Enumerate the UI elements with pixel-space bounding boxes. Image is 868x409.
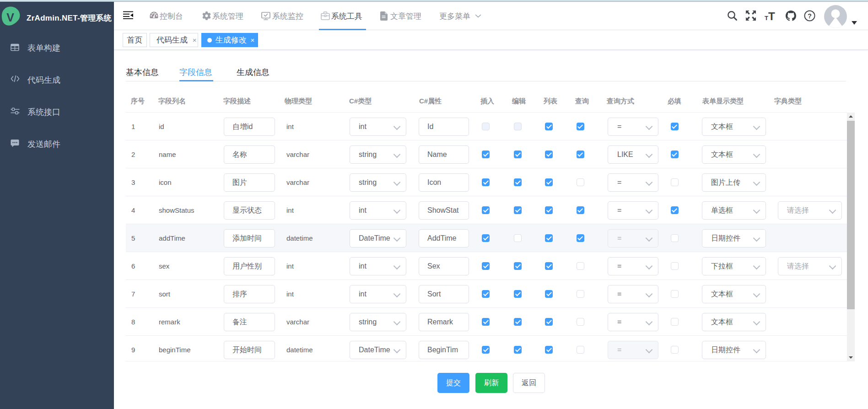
svg-text:V: V [6, 11, 14, 24]
svg-text:?: ? [808, 12, 812, 20]
